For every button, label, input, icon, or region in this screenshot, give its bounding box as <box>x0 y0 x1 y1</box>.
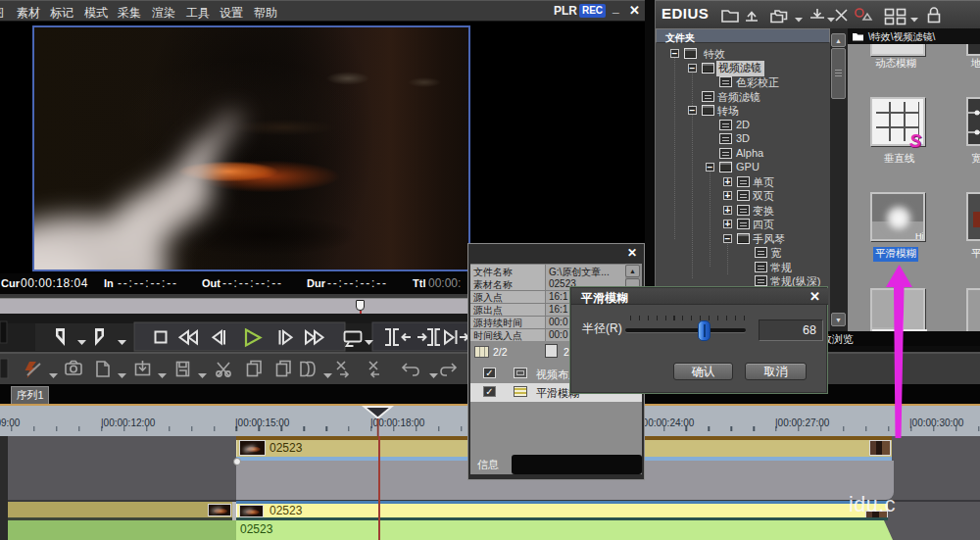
svg-text:Hi: Hi <box>915 231 924 241</box>
